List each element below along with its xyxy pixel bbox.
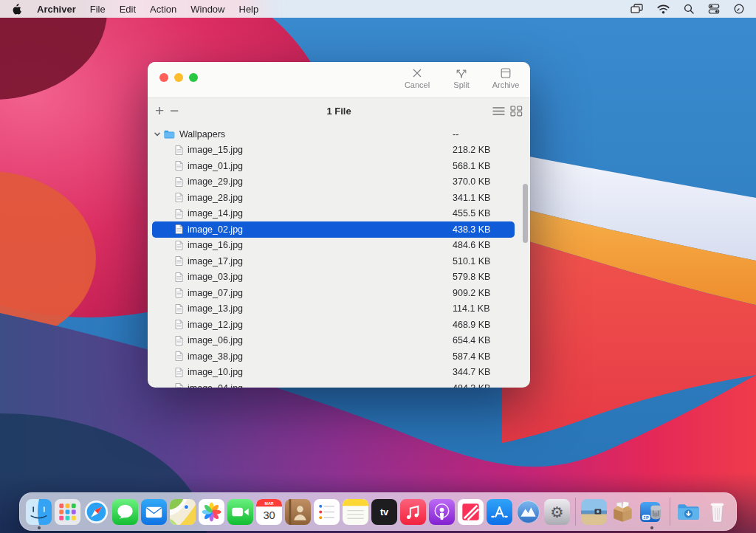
archiver-window: Cancel Split	[148, 62, 530, 388]
dock-calendar-icon[interactable]: MAR30	[256, 499, 282, 525]
clock-icon[interactable]	[734, 4, 744, 14]
menu-bar: Archiver FileEditActionWindowHelp	[0, 0, 756, 18]
file-row[interactable]: image_16.jpg484.6 KB	[148, 238, 530, 254]
dock-messages-icon[interactable]	[112, 499, 138, 525]
dock-image-viewer-icon[interactable]	[581, 499, 607, 525]
archive-box-icon	[500, 66, 512, 79]
file-row[interactable]: image_12.jpg468.9 KB	[148, 317, 530, 333]
dock-system-preferences-icon[interactable]: ⚙	[544, 499, 570, 525]
file-name: image_01.jpg	[188, 161, 243, 171]
file-name: image_16.jpg	[188, 240, 243, 250]
file-row[interactable]: image_06.jpg654.4 KB	[148, 333, 530, 349]
dock-app-store-icon[interactable]	[487, 499, 512, 525]
dock-mail-icon[interactable]	[141, 499, 167, 525]
close-button[interactable]	[159, 73, 168, 82]
dock-reminders-icon[interactable]	[314, 499, 340, 525]
file-row[interactable]: image_10.jpg344.7 KB	[148, 365, 530, 381]
file-size: 438.3 KB	[453, 224, 490, 235]
window-title: 1 File	[148, 98, 530, 124]
wifi-icon[interactable]	[657, 4, 670, 14]
disclosure-triangle-icon[interactable]	[154, 131, 161, 138]
zoom-button[interactable]	[189, 73, 198, 82]
file-row[interactable]: image_02.jpg438.3 KB	[152, 221, 515, 238]
archive-label: Archive	[492, 80, 520, 89]
file-row[interactable]: image_29.jpg370.0 KB	[148, 174, 530, 190]
file-size: 455.5 KB	[453, 208, 490, 219]
menu-action[interactable]: Action	[150, 4, 176, 15]
dock-podcasts-icon[interactable]	[429, 499, 455, 525]
file-row[interactable]: image_14.jpg455.5 KB	[148, 206, 530, 222]
menu-help[interactable]: Help	[239, 4, 259, 15]
file-name: image_14.jpg	[188, 208, 243, 219]
dock-facetime-icon[interactable]	[227, 499, 253, 525]
file-row[interactable]: image_28.jpg341.1 KB	[148, 190, 530, 206]
file-icon	[175, 304, 183, 314]
archive-button[interactable]: Archive	[489, 66, 523, 89]
search-icon[interactable]	[684, 4, 694, 14]
dock-downloads-icon[interactable]	[676, 499, 701, 525]
file-name: image_28.jpg	[188, 193, 243, 203]
file-name: image_02.jpg	[188, 224, 243, 235]
file-size: 909.2 KB	[453, 288, 490, 298]
file-name: image_07.jpg	[188, 288, 243, 298]
folder-row[interactable]: Wallpapers--	[148, 126, 530, 142]
dock-music-icon[interactable]	[400, 499, 426, 525]
file-name: image_17.jpg	[188, 256, 243, 266]
dock-notes-icon[interactable]	[343, 499, 368, 525]
svg-text:ZIP: ZIP	[644, 515, 649, 519]
menu-window[interactable]: Window	[190, 4, 224, 15]
file-row[interactable]: image_38.jpg587.4 KB	[148, 348, 530, 365]
split-button[interactable]: Split	[444, 66, 478, 89]
cancel-button[interactable]: Cancel	[400, 66, 434, 89]
dock-finder-icon[interactable]	[26, 499, 52, 525]
dock-archiver-icon[interactable]	[515, 499, 541, 525]
apple-menu-icon[interactable]	[12, 3, 22, 15]
file-size: 568.1 KB	[453, 161, 490, 171]
dock-news-icon[interactable]	[458, 499, 484, 525]
file-name: image_29.jpg	[188, 176, 243, 187]
file-size: 218.2 KB	[453, 145, 490, 155]
minimize-button[interactable]	[174, 73, 183, 82]
scrollbar[interactable]	[523, 184, 528, 243]
file-name: Wallpapers	[179, 129, 225, 140]
dock-trash-icon[interactable]	[704, 499, 730, 525]
dock-tv-icon[interactable]: tv	[371, 499, 397, 525]
dock-separator	[575, 498, 576, 526]
dock-unarchiver-icon[interactable]	[610, 499, 636, 525]
file-row[interactable]: image_03.jpg579.8 KB	[148, 269, 530, 286]
file-size: 654.4 KB	[453, 335, 490, 345]
app-menu-archiver[interactable]: Archiver	[37, 4, 76, 15]
menu-edit[interactable]: Edit	[120, 4, 136, 15]
file-row[interactable]: image_07.jpg909.2 KB	[148, 285, 530, 301]
folder-icon	[164, 130, 175, 139]
dock-safari-icon[interactable]	[83, 499, 109, 525]
file-row[interactable]: image_13.jpg114.1 KB	[148, 301, 530, 317]
svg-text:⚙: ⚙	[550, 503, 563, 520]
grid-view-icon[interactable]	[510, 106, 523, 117]
view-toggles	[492, 106, 523, 117]
file-row[interactable]: image_01.jpg568.1 KB	[148, 158, 530, 174]
dock-launchpad-icon[interactable]	[55, 499, 80, 525]
svg-text:MAR: MAR	[265, 501, 274, 505]
file-row[interactable]: image_15.jpg218.2 KB	[148, 142, 530, 159]
control-center-icon[interactable]	[708, 4, 720, 14]
dock-contacts-icon[interactable]	[285, 499, 311, 525]
file-name: image_13.jpg	[188, 303, 243, 314]
file-icon	[175, 209, 183, 219]
file-row[interactable]: image_04.jpg484.3 KB	[148, 380, 530, 388]
file-name: image_04.jpg	[188, 383, 243, 388]
menu-file[interactable]: File	[90, 4, 106, 15]
file-size: 587.4 KB	[453, 351, 490, 362]
dock-zip-archiver-icon[interactable]: ZIP	[639, 499, 664, 525]
dock-photos-icon[interactable]	[199, 499, 224, 525]
svg-text:30: 30	[263, 509, 275, 520]
display-windows-icon[interactable]	[630, 4, 643, 14]
file-icon	[175, 145, 183, 155]
file-icon	[175, 193, 183, 202]
dock-maps-icon[interactable]	[170, 499, 196, 525]
file-name: image_06.jpg	[188, 335, 243, 345]
file-size: 344.7 KB	[453, 367, 490, 377]
file-name: image_38.jpg	[188, 351, 243, 362]
file-row[interactable]: image_17.jpg510.1 KB	[148, 253, 530, 269]
list-view-icon[interactable]	[492, 106, 505, 116]
